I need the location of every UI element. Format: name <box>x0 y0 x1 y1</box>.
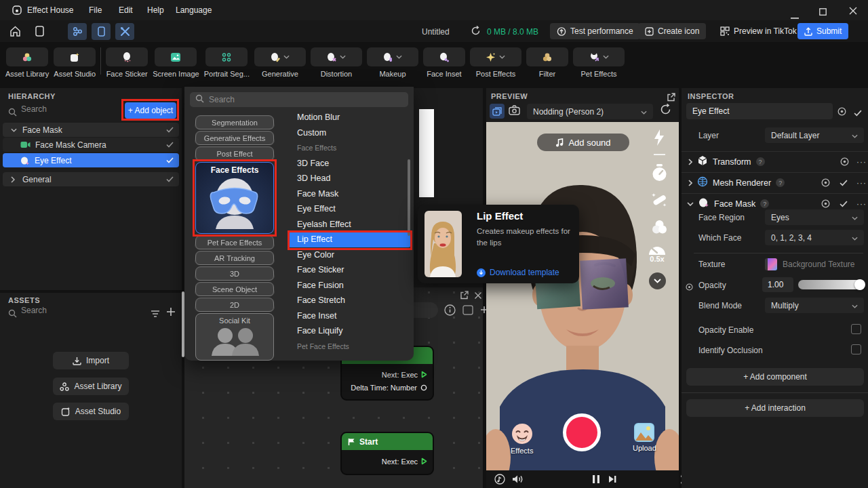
menu-file[interactable]: File <box>89 5 102 15</box>
hierarchy-item-face-mask[interactable]: Face Mask <box>3 123 179 137</box>
assets-search-input[interactable] <box>21 306 102 315</box>
preview-video[interactable]: Add sound 0.5x Effects Upload <box>486 122 679 470</box>
visibility-check-icon[interactable] <box>166 176 174 182</box>
popup-scrollbar[interactable] <box>408 159 410 236</box>
category-scene-object[interactable]: Scene Object <box>195 282 274 296</box>
node-header[interactable]: Start <box>342 433 433 450</box>
tool-distortion[interactable]: Distortion <box>311 47 362 78</box>
list-item-custom[interactable]: Custom <box>288 125 411 141</box>
add-sound-button[interactable]: Add sound <box>537 134 629 151</box>
pause-icon[interactable] <box>593 475 599 483</box>
visual-scripting-button[interactable] <box>68 23 87 40</box>
target-toggle-icon[interactable] <box>821 199 830 208</box>
chevron-down-icon[interactable] <box>11 128 17 132</box>
menu-edit[interactable]: Edit <box>119 5 133 15</box>
list-item-face-mask[interactable]: Face Mask <box>288 186 411 202</box>
category-segmentation[interactable]: Segmentation <box>195 115 274 129</box>
category-post-effect[interactable]: Post Effect <box>195 146 274 161</box>
visibility-check-icon[interactable] <box>166 157 174 163</box>
category-generative-effects[interactable]: Generative Effects <box>195 131 274 145</box>
asset-library-button[interactable]: Asset Library <box>53 378 129 395</box>
filter-sort-icon[interactable] <box>151 308 160 321</box>
visibility-check-icon[interactable] <box>166 142 174 148</box>
video-mode-button[interactable] <box>490 104 505 119</box>
face-region-dropdown[interactable]: Eyes <box>765 209 864 225</box>
opacity-enable-checkbox[interactable] <box>851 324 861 334</box>
hierarchy-item-face-mask-camera[interactable]: Face Mask Camera <box>3 138 179 152</box>
close-panel-icon[interactable] <box>474 290 482 302</box>
category-3d[interactable]: 3D <box>195 266 274 281</box>
chevron-right-icon[interactable] <box>11 176 15 183</box>
maximize-button[interactable] <box>819 6 827 18</box>
which-face-dropdown[interactable]: 0, 1, 2, 3, 4 <box>765 230 864 245</box>
chevron-down-icon[interactable] <box>687 202 694 206</box>
opacity-value-field[interactable]: 1.00 <box>762 277 793 292</box>
list-item-3d-head[interactable]: 3D Head <box>288 171 411 186</box>
upload-button[interactable]: Upload <box>633 423 656 452</box>
tool-asset-studio[interactable]: Asset Studio <box>54 47 96 78</box>
texture-field[interactable]: Background Texture <box>765 257 864 272</box>
tools-icon[interactable] <box>115 23 134 40</box>
slider-handle[interactable] <box>854 279 865 290</box>
flash-icon[interactable] <box>652 129 666 149</box>
list-item-eye-color[interactable]: Eye Color <box>288 247 411 263</box>
preview-mode-dropdown[interactable]: Nodding (Person 2) <box>527 104 653 119</box>
tool-generative[interactable]: Generative <box>254 47 306 78</box>
tool-portrait-seg[interactable]: Portrait Seg... <box>204 47 250 78</box>
home-icon[interactable] <box>9 26 21 39</box>
tool-filter[interactable]: Filter <box>526 47 568 78</box>
target-toggle-icon[interactable] <box>837 106 846 119</box>
volume-icon[interactable] <box>512 474 524 484</box>
list-item-face-inset[interactable]: Face Inset <box>288 308 411 324</box>
tool-makeup[interactable]: Makeup <box>367 47 418 78</box>
menu-help[interactable]: Help <box>147 5 164 15</box>
record-button[interactable] <box>563 413 601 451</box>
list-item-eye-effect[interactable]: Eye Effect <box>288 201 411 217</box>
more-options-icon[interactable]: ··· <box>856 199 867 209</box>
scene-object-plane[interactable] <box>419 109 434 197</box>
category-pet-face-effects[interactable]: Pet Face Effects <box>195 235 274 249</box>
component-mesh-renderer[interactable]: Mesh Renderer ? ··· <box>682 172 868 192</box>
reset-preview-icon[interactable] <box>660 104 671 118</box>
info-icon[interactable] <box>444 304 456 319</box>
more-options-icon[interactable]: ··· <box>856 157 867 167</box>
object-name-field[interactable]: Eye Effect <box>686 103 833 119</box>
close-button[interactable] <box>849 5 857 18</box>
filter-effects-icon[interactable] <box>651 219 668 238</box>
add-component-button[interactable]: + Add component <box>686 368 864 386</box>
target-toggle-icon[interactable] <box>821 178 830 187</box>
help-icon[interactable]: ? <box>756 157 765 166</box>
hierarchy-item-general[interactable]: General <box>3 172 179 186</box>
category-2d[interactable]: 2D <box>195 298 274 312</box>
help-icon[interactable]: ? <box>760 199 769 208</box>
tool-asset-library[interactable]: Asset Library <box>5 47 49 78</box>
add-interaction-button[interactable]: + Add interaction <box>686 399 864 417</box>
timer-icon[interactable] <box>651 164 668 184</box>
list-item-face-liquify[interactable]: Face Liquify <box>288 323 411 339</box>
create-icon-button[interactable]: Create icon <box>638 23 706 39</box>
component-transform[interactable]: Transform ? ··· <box>682 151 868 171</box>
menu-effect-house[interactable]: Effect House <box>27 5 73 15</box>
list-item-eyelash-effect[interactable]: Eyelash Effect <box>288 217 411 232</box>
tool-screen-image[interactable]: Screen Image <box>153 47 199 78</box>
popup-search-bar[interactable] <box>190 92 408 107</box>
effects-button[interactable]: Effects <box>511 423 533 455</box>
chevron-right-icon[interactable] <box>688 180 692 186</box>
preview-in-tiktok-button[interactable]: Preview in TikTok <box>720 23 797 39</box>
external-link-icon[interactable] <box>460 290 469 302</box>
tool-face-inset[interactable]: Face Inset <box>423 47 465 78</box>
opacity-keyframe-icon[interactable] <box>686 281 693 293</box>
list-item-lip-effect[interactable]: Lip Effect <box>288 232 411 247</box>
device-icon[interactable] <box>35 26 44 39</box>
category-ar-tracking[interactable]: AR Tracking <box>195 251 274 265</box>
asset-studio-button[interactable]: Asset Studio <box>53 403 129 420</box>
category-face-effects[interactable]: Face Effects <box>195 162 274 234</box>
hierarchy-search-input[interactable] <box>21 104 102 114</box>
blend-mode-dropdown[interactable]: Multiply <box>765 298 864 313</box>
submit-button[interactable]: Submit <box>797 23 848 39</box>
chevron-right-icon[interactable] <box>688 159 692 165</box>
list-item-face-fusion[interactable]: Face Fusion <box>288 278 411 293</box>
import-button[interactable]: Import <box>53 352 129 369</box>
tool-face-sticker[interactable]: Face Sticker <box>106 47 148 78</box>
category-social-kit[interactable]: Social Kit <box>195 313 274 361</box>
